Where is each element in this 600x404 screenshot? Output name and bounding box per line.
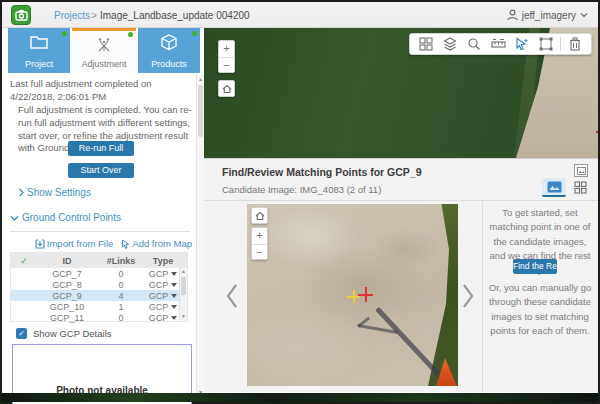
gcp-links: 0 bbox=[97, 313, 145, 323]
app-logo-icon[interactable] bbox=[11, 5, 31, 25]
tab-project[interactable]: Project bbox=[8, 28, 70, 73]
gcp-actions-row: Import from File Add from Map bbox=[2, 238, 192, 249]
zoom-in-button[interactable]: + bbox=[252, 228, 267, 244]
dropdown-arrow-icon bbox=[171, 283, 177, 287]
table-row-gcp7[interactable]: GCP_7 0 GCP bbox=[11, 268, 187, 279]
gcp-links: 0 bbox=[97, 269, 145, 279]
start-over-button[interactable]: Start Over bbox=[68, 163, 134, 178]
map-home-button[interactable] bbox=[218, 80, 235, 97]
cube-icon bbox=[138, 34, 200, 51]
scrollbar-thumb[interactable] bbox=[198, 85, 203, 137]
table-row-gcp9-selected[interactable]: GCP_9 4 GCP bbox=[11, 290, 187, 301]
breadcrumb-projects[interactable]: Projects bbox=[54, 10, 90, 21]
vegetation-area bbox=[428, 204, 458, 386]
add-from-map-label: Add from Map bbox=[132, 238, 192, 249]
chevron-right-icon bbox=[18, 188, 24, 197]
dropdown-arrow-icon bbox=[171, 305, 177, 309]
table-row-gcp11[interactable]: GCP_11 0 GCP bbox=[11, 312, 187, 323]
id-column-header: ID bbox=[37, 256, 97, 266]
add-from-map-link[interactable]: Add from Map bbox=[121, 238, 192, 249]
single-image-view-toggle[interactable] bbox=[542, 178, 566, 197]
dropdown-arrow-icon bbox=[171, 272, 177, 276]
gcp-links: 0 bbox=[97, 280, 145, 290]
user-menu[interactable]: jeff_imagery bbox=[507, 7, 588, 23]
image-home-button[interactable] bbox=[251, 207, 268, 224]
chevron-down-icon bbox=[580, 12, 588, 18]
next-image-button[interactable] bbox=[460, 283, 476, 309]
popout-icon[interactable] bbox=[574, 164, 588, 177]
gcp-type-dropdown[interactable]: GCP bbox=[145, 269, 181, 279]
status-dot-green bbox=[192, 31, 197, 36]
find-review-panel: Find/Review Matching Points for GCP_9 Ca… bbox=[204, 158, 598, 392]
show-settings-label: Show Settings bbox=[27, 187, 91, 198]
home-icon bbox=[222, 84, 232, 94]
gcp-id: GCP_7 bbox=[37, 269, 97, 279]
gcp-table-header: ✓ ID #Links Type bbox=[11, 253, 187, 268]
gcp-type-dropdown[interactable]: GCP bbox=[145, 291, 181, 301]
user-icon bbox=[507, 9, 518, 21]
tab-project-label: Project bbox=[8, 59, 70, 69]
show-gcp-details-checkbox[interactable]: ✓ bbox=[16, 328, 27, 339]
view-toggles bbox=[542, 178, 592, 197]
rerun-full-button[interactable]: Re-run Full bbox=[68, 141, 134, 156]
scroll-up-icon[interactable]: ▲ bbox=[180, 268, 187, 276]
user-name: jeff_imagery bbox=[522, 10, 576, 21]
extent-icon[interactable] bbox=[534, 34, 558, 54]
left-panel: Project Adjustment Products ▲ ▼ Last ful… bbox=[2, 28, 204, 396]
thumbnail-grid-icon[interactable] bbox=[414, 34, 438, 54]
map-cursor-icon bbox=[121, 239, 130, 249]
table-row-gcp10[interactable]: GCP_10 1 GCP bbox=[11, 301, 187, 312]
table-scrollbar[interactable]: ▲ ▼ bbox=[179, 268, 187, 321]
gcp-type-dropdown[interactable]: GCP bbox=[145, 302, 181, 312]
measure-icon[interactable] bbox=[486, 34, 510, 54]
tab-adjustment-label: Adjustment bbox=[72, 59, 136, 69]
instructions-manual: Or, you can manually go through these ca… bbox=[484, 281, 596, 338]
folder-icon bbox=[8, 34, 70, 50]
previous-image-button[interactable] bbox=[224, 283, 240, 309]
toolbar-separator bbox=[560, 37, 561, 51]
import-from-file-link[interactable]: Import from File bbox=[35, 238, 114, 249]
chevron-down-icon bbox=[10, 215, 19, 221]
status-dot-green bbox=[62, 31, 67, 36]
map-toolbar bbox=[409, 33, 592, 55]
links-column-header: #Links bbox=[97, 256, 145, 266]
adjustment-icon bbox=[72, 37, 136, 53]
gcp-type-dropdown[interactable]: GCP bbox=[145, 280, 181, 290]
select-matching-icon-active[interactable] bbox=[510, 34, 534, 54]
zoom-in-button[interactable]: + bbox=[219, 41, 234, 57]
gcp-map-marker-red-cross[interactable] bbox=[596, 123, 598, 140]
window-bottom-border bbox=[2, 393, 598, 402]
grid-view-toggle[interactable] bbox=[568, 178, 592, 197]
type-column-header: Type bbox=[145, 256, 181, 266]
layers-icon[interactable] bbox=[438, 34, 462, 54]
gcp-id: GCP_8 bbox=[37, 280, 97, 290]
show-gcp-details-label: Show GCP Details bbox=[33, 328, 112, 339]
table-row-gcp8[interactable]: GCP_8 0 GCP bbox=[11, 279, 187, 290]
panel-scrollbar[interactable]: ▲ ▼ bbox=[196, 75, 204, 396]
home-icon bbox=[255, 211, 265, 221]
search-icon[interactable] bbox=[462, 34, 486, 54]
show-settings-toggle[interactable]: Show Settings bbox=[18, 187, 91, 198]
delete-icon[interactable] bbox=[563, 34, 587, 54]
map-zoom-controls: + − bbox=[218, 40, 235, 73]
zoom-out-button[interactable]: − bbox=[219, 57, 234, 73]
scrollbar-thumb[interactable] bbox=[181, 277, 186, 295]
top-bar: Projects > Image_Landbase_update 004200 … bbox=[2, 2, 598, 28]
find-review-title: Find/Review Matching Points for GCP_9 bbox=[222, 166, 422, 178]
tab-products[interactable]: Products bbox=[138, 28, 200, 73]
show-gcp-details-row: ✓ Show GCP Details bbox=[16, 328, 112, 339]
gcp-section-label: Ground Control Points bbox=[22, 212, 121, 223]
gcp-marker-red-cross[interactable] bbox=[358, 287, 373, 302]
map-view[interactable]: + − bbox=[204, 28, 598, 158]
image-zoom-controls: + − bbox=[251, 227, 268, 260]
gcp-type-dropdown[interactable]: GCP bbox=[145, 313, 181, 323]
tab-adjustment[interactable]: Adjustment bbox=[72, 28, 136, 73]
candidate-image-viewer[interactable]: + − bbox=[247, 204, 458, 386]
find-the-rest-button[interactable]: Find the Res bbox=[513, 259, 557, 274]
scroll-down-icon[interactable]: ▼ bbox=[180, 313, 187, 321]
zoom-out-button[interactable]: − bbox=[252, 244, 267, 260]
scroll-up-icon[interactable]: ▲ bbox=[197, 75, 204, 83]
dropdown-arrow-icon bbox=[171, 316, 177, 320]
gcp-id: GCP_11 bbox=[37, 313, 97, 323]
ground-control-points-toggle[interactable]: Ground Control Points bbox=[10, 212, 121, 223]
